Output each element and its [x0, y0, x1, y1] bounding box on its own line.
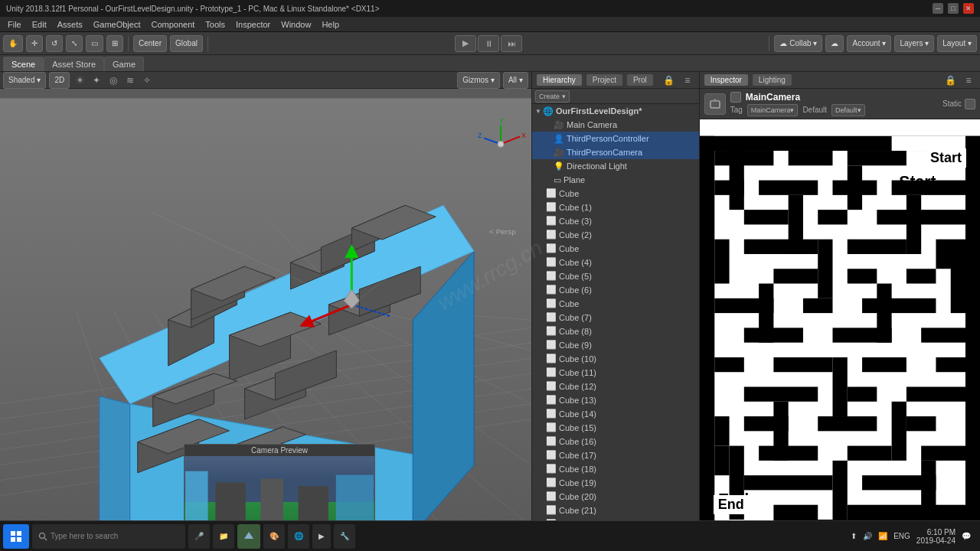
hierarchy-item-cube-15[interactable]: ⬜ Cube (15)	[532, 421, 699, 435]
menu-file[interactable]: File	[3, 18, 26, 31]
hierarchy-item-cube-b[interactable]: ⬜ Cube	[532, 297, 699, 311]
center-pivot-button[interactable]: Center	[133, 35, 167, 52]
inspector-lock-icon[interactable]: 🔒	[943, 73, 957, 87]
inspector-menu-icon[interactable]: ≡	[962, 73, 975, 87]
app2-taskbar-button[interactable]: 🔧	[334, 524, 355, 549]
hierarchy-item-main-camera[interactable]: 🎥 Main Camera	[532, 118, 699, 132]
tab-game[interactable]: Game	[104, 57, 144, 71]
all-dropdown[interactable]: All▾	[503, 72, 528, 89]
menu-help[interactable]: Help	[317, 18, 344, 31]
hierarchy-item-cube-7[interactable]: ⬜ Cube (7)	[532, 311, 699, 324]
tab-scene[interactable]: Scene	[3, 57, 44, 71]
hand-tool-button[interactable]: ✋	[3, 35, 23, 52]
hierarchy-item-plane[interactable]: ▭ Plane	[532, 173, 699, 187]
hierarchy-item-cube-10[interactable]: ⬜ Cube (10)	[532, 352, 699, 366]
photoshop-taskbar-button[interactable]: 🎨	[263, 524, 285, 549]
hierarchy-item-cube-0[interactable]: ⬜ Cube	[532, 187, 699, 201]
layers-button[interactable]: Layers ▾	[894, 35, 934, 52]
app1-taskbar-button[interactable]: ▶	[312, 524, 331, 549]
tray-icon-1[interactable]: ⬆	[851, 532, 857, 540]
cloud-button[interactable]: ☁	[825, 35, 844, 52]
rotate-tool-button[interactable]: ↺	[46, 35, 63, 52]
menu-inspector[interactable]: Inspector	[231, 18, 275, 31]
hierarchy-lock-icon[interactable]: 🔒	[662, 73, 676, 87]
lighting-toggle[interactable]: ☀	[73, 73, 87, 87]
hierarchy-menu-icon[interactable]: ≡	[681, 73, 694, 87]
minimize-button[interactable]: ─	[933, 3, 943, 14]
collab-button[interactable]: ☁ Collab ▾	[774, 35, 822, 52]
hierarchy-item-directional-light[interactable]: 💡 Directional Light	[532, 159, 699, 173]
hierarchy-item-cube-12[interactable]: ⬜ Cube (12)	[532, 380, 699, 393]
tab-project[interactable]: Project	[586, 74, 622, 86]
tray-icon-3[interactable]: 📶	[878, 532, 887, 540]
tab-inspector[interactable]: Inspector	[704, 74, 748, 86]
tab-lighting[interactable]: Lighting	[753, 74, 792, 86]
hierarchy-item-cube-17[interactable]: ⬜ Cube (17)	[532, 448, 699, 462]
move-tool-button[interactable]: ✛	[26, 35, 43, 52]
maximize-button[interactable]: □	[948, 3, 959, 14]
hierarchy-item-thirdperson-controller[interactable]: 👤 ThirdPersonController	[532, 132, 699, 145]
hierarchy-item-cube-6[interactable]: ⬜ Cube (6)	[532, 283, 699, 297]
pause-button[interactable]: ⏸	[478, 35, 499, 52]
search-bar[interactable]: Type here to search	[32, 524, 185, 549]
flares-toggle[interactable]: ✧	[140, 73, 154, 87]
hierarchy-item-cube-20[interactable]: ⬜ Cube (20)	[532, 490, 699, 504]
2d-button[interactable]: 2D	[49, 72, 70, 89]
clock[interactable]: 6:10 PM 2019-04-24	[916, 528, 956, 545]
hierarchy-item-cube-a[interactable]: ⬜ Cube	[532, 242, 699, 256]
skybox-toggle[interactable]: ◎	[106, 73, 120, 87]
global-local-button[interactable]: Global	[170, 35, 203, 52]
static-checkbox[interactable]	[965, 99, 975, 109]
layer-dropdown[interactable]: Default▾	[831, 104, 865, 116]
hierarchy-item-cube-21[interactable]: ⬜ Cube (21)	[532, 504, 699, 517]
hierarchy-item-thirdperson-camera[interactable]: 🎥 ThirdPersonCamera	[532, 145, 699, 159]
shaded-dropdown[interactable]: Shaded▾	[3, 72, 46, 89]
scene-view[interactable]: Y X Z < Persp	[0, 89, 531, 551]
file-explorer-button[interactable]: 📁	[213, 524, 234, 549]
close-button[interactable]: ✕	[963, 3, 974, 14]
hierarchy-item-cube-19[interactable]: ⬜ Cube (19)	[532, 476, 699, 490]
hierarchy-item-cube-11[interactable]: ⬜ Cube (11)	[532, 366, 699, 380]
transform-tool-button[interactable]: ⊞	[106, 35, 123, 52]
unity-taskbar-button[interactable]	[237, 524, 260, 549]
hierarchy-item-cube-16[interactable]: ⬜ Cube (16)	[532, 435, 699, 448]
hierarchy-item-cube-8[interactable]: ⬜ Cube (8)	[532, 324, 699, 338]
menu-assets[interactable]: Assets	[53, 18, 87, 31]
play-button[interactable]: ▶	[455, 35, 476, 52]
menu-edit[interactable]: Edit	[28, 18, 51, 31]
hierarchy-scene-root[interactable]: ▼ 🌐 OurFirstLevelDesign*	[532, 104, 699, 118]
cortana-button[interactable]: 🎤	[188, 524, 210, 549]
menu-window[interactable]: Window	[276, 18, 315, 31]
browser-taskbar-button[interactable]: 🌐	[288, 524, 309, 549]
hierarchy-item-cube-9[interactable]: ⬜ Cube (9)	[532, 338, 699, 352]
notification-icon[interactable]: 💬	[962, 532, 971, 540]
scale-tool-button[interactable]: ⤡	[66, 35, 83, 52]
menu-gameobject[interactable]: GameObject	[89, 18, 145, 31]
rect-tool-button[interactable]: ▭	[86, 35, 103, 52]
create-button[interactable]: Create ▾	[535, 90, 570, 103]
object-active-checkbox[interactable]	[730, 92, 741, 103]
fog-toggle[interactable]: ≋	[123, 73, 137, 87]
account-button[interactable]: Account ▾	[847, 35, 891, 52]
hierarchy-item-cube-4[interactable]: ⬜ Cube (4)	[532, 256, 699, 269]
tab-asset-store[interactable]: Asset Store	[44, 57, 104, 71]
tab-profiler[interactable]: Prol	[627, 74, 653, 86]
hierarchy-item-cube-13[interactable]: ⬜ Cube (13)	[532, 393, 699, 407]
gizmos-dropdown[interactable]: Gizmos ▾	[457, 72, 500, 89]
hierarchy-item-cube-5[interactable]: ⬜ Cube (5)	[532, 269, 699, 283]
hierarchy-item-cube-2[interactable]: ⬜ Cube (2)	[532, 228, 699, 242]
hierarchy-item-cube-3[interactable]: ⬜ Cube (3)	[532, 214, 699, 228]
language-indicator[interactable]: ENG	[893, 532, 910, 540]
fx-toggle[interactable]: ✦	[90, 73, 103, 87]
tag-dropdown[interactable]: MainCamera▾	[747, 104, 799, 116]
menu-tools[interactable]: Tools	[201, 18, 230, 31]
step-button[interactable]: ⏭	[501, 35, 522, 52]
start-button[interactable]	[3, 524, 29, 549]
hierarchy-item-cube-1[interactable]: ⬜ Cube (1)	[532, 201, 699, 214]
tab-hierarchy[interactable]: Hierarchy	[537, 74, 582, 86]
layout-button[interactable]: Layout ▾	[937, 35, 977, 52]
tray-icon-2[interactable]: 🔊	[863, 532, 872, 540]
hierarchy-item-cube-14[interactable]: ⬜ Cube (14)	[532, 407, 699, 421]
hierarchy-item-cube-18[interactable]: ⬜ Cube (18)	[532, 462, 699, 476]
menu-component[interactable]: Component	[146, 18, 199, 31]
